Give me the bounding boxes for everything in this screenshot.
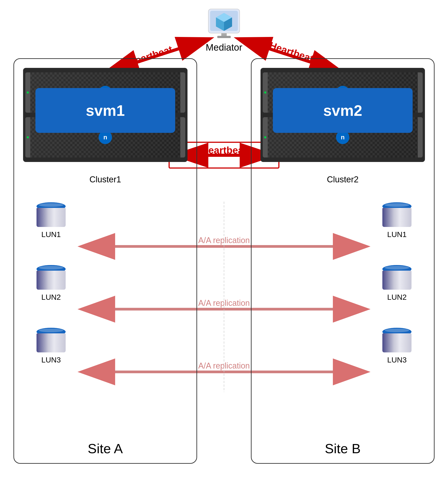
diagram: Heartbeat Heartbeat Heartbeat A/A replic… bbox=[0, 0, 448, 496]
cluster1-name: Cluster1 bbox=[23, 175, 187, 184]
cylinder-body-6 bbox=[382, 333, 412, 352]
server2-left-strip bbox=[263, 72, 268, 113]
lun1-left-group: LUN1 bbox=[36, 202, 66, 239]
svm2-label: svm2 bbox=[323, 102, 362, 119]
lun2-right-group: LUN2 bbox=[382, 265, 412, 302]
lun2-left-cylinder bbox=[36, 265, 66, 290]
lun1-left-cylinder bbox=[36, 202, 66, 227]
svm1-overlay: svm1 bbox=[35, 88, 175, 133]
lun3-right-group: LUN3 bbox=[382, 328, 412, 364]
mediator-icon bbox=[206, 4, 242, 40]
replication-label-2: A/A replication bbox=[198, 298, 250, 308]
lun2-left-label: LUN2 bbox=[41, 293, 61, 302]
lun3-left-cylinder bbox=[36, 328, 66, 352]
lun1-right-group: LUN1 bbox=[382, 202, 412, 239]
server-right-strip bbox=[180, 72, 185, 113]
server2-left-strip-2 bbox=[263, 117, 268, 157]
indicator-light-4 bbox=[264, 136, 266, 139]
server2-right-strip bbox=[418, 72, 423, 113]
server2-right-strip-2 bbox=[418, 117, 423, 157]
cylinder-body bbox=[36, 208, 66, 227]
indicator-light-2 bbox=[27, 136, 29, 139]
site-a-label: Site A bbox=[14, 441, 197, 456]
lun1-left-label: LUN1 bbox=[41, 230, 61, 239]
lun1-right-label: LUN1 bbox=[387, 230, 407, 239]
svm1-label: svm1 bbox=[86, 102, 125, 119]
server-left-strip bbox=[25, 72, 30, 113]
cylinder-body-3 bbox=[36, 333, 66, 352]
cluster2-server: n n svm2 bbox=[261, 68, 425, 162]
server-left-strip-2 bbox=[25, 117, 30, 157]
replication-label-1: A/A replication bbox=[198, 236, 250, 245]
lun1-right-cylinder bbox=[382, 202, 412, 227]
lun3-right-label: LUN3 bbox=[387, 356, 407, 364]
lun2-right-label: LUN2 bbox=[387, 293, 407, 302]
lun2-left-group: LUN2 bbox=[36, 265, 66, 302]
indicator-light bbox=[27, 92, 29, 94]
cluster1-area: n n svm1 Clu bbox=[23, 68, 187, 184]
lun3-right-cylinder bbox=[382, 328, 412, 352]
lun3-left-group: LUN3 bbox=[36, 328, 66, 364]
cylinder-body-2 bbox=[36, 271, 66, 290]
lun2-right-cylinder bbox=[382, 265, 412, 290]
netapp-logo-2: n bbox=[103, 134, 107, 141]
site-b-label: Site B bbox=[251, 441, 434, 456]
netapp-logo-4: n bbox=[341, 134, 344, 141]
cluster2-area: n n svm2 Cluster2 bbox=[261, 68, 425, 184]
cluster1-server: n n svm1 bbox=[23, 68, 187, 162]
server-right-strip-2 bbox=[180, 117, 185, 157]
cluster2-name: Cluster2 bbox=[261, 175, 425, 184]
svg-rect-12 bbox=[217, 36, 231, 38]
mediator: Mediator bbox=[199, 4, 249, 53]
replication-label-3: A/A replication bbox=[198, 361, 250, 370]
svm2-overlay: svm2 bbox=[273, 88, 413, 133]
heartbeat-label-center: Heartbeat bbox=[201, 145, 247, 156]
lun3-left-label: LUN3 bbox=[41, 356, 61, 364]
cylinder-body-4 bbox=[382, 208, 412, 227]
mediator-label: Mediator bbox=[206, 42, 242, 53]
site-a-box: n n svm1 Clu bbox=[14, 58, 197, 464]
cylinder-body-5 bbox=[382, 271, 412, 290]
site-b-box: n n svm2 Cluster2 bbox=[251, 58, 434, 464]
indicator-light-3 bbox=[264, 92, 266, 94]
